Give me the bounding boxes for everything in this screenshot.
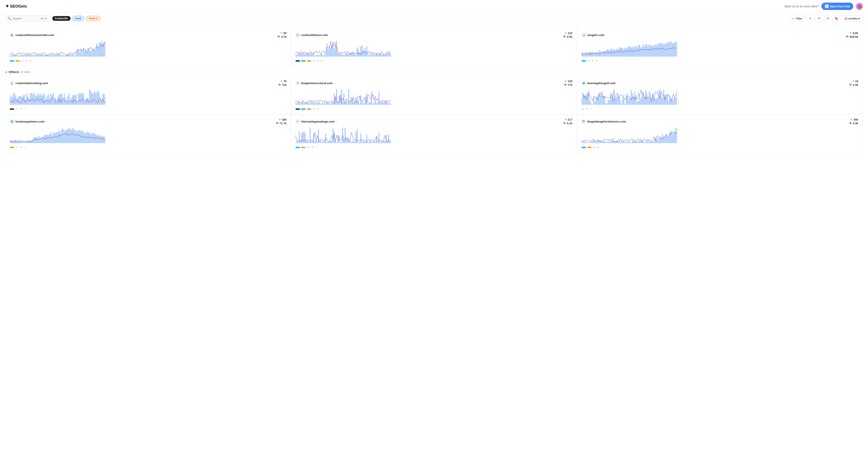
svg-rect-59 bbox=[81, 49, 82, 57]
svg-rect-117 bbox=[340, 54, 341, 57]
svg-rect-218 bbox=[651, 45, 652, 57]
bookmark-icon-btn[interactable]: 🔖 bbox=[833, 15, 840, 22]
tag-icon[interactable]: 🏷 bbox=[307, 146, 310, 149]
svg-rect-21 bbox=[35, 54, 35, 57]
eye-card-icon[interactable]: 👁 bbox=[586, 107, 589, 110]
tag-icon[interactable]: 🏷 bbox=[16, 146, 18, 149]
filter-button[interactable]: ⚡ Filter bbox=[788, 15, 805, 22]
svg-rect-682 bbox=[632, 140, 632, 143]
star-icon[interactable]: ★ bbox=[595, 59, 598, 63]
eye-card-icon[interactable]: 👁 bbox=[311, 146, 314, 149]
svg-rect-705 bbox=[660, 136, 660, 143]
svg-rect-422 bbox=[608, 99, 609, 105]
star-icon[interactable]: ☆ bbox=[24, 146, 26, 149]
site-name[interactable]: learningdiscgolf.com bbox=[587, 81, 616, 85]
svg-rect-654 bbox=[598, 141, 599, 143]
svg-rect-573 bbox=[311, 141, 312, 143]
start-trial-button[interactable]: G Start Free Trial bbox=[822, 3, 853, 10]
svg-rect-672 bbox=[620, 142, 620, 143]
tag-icon[interactable]: 🏷 bbox=[593, 146, 596, 149]
tag-icon[interactable]: 🏷 bbox=[587, 59, 590, 63]
tag-icon[interactable]: 🏷 bbox=[16, 107, 18, 110]
star-icon[interactable]: ★ bbox=[321, 59, 323, 63]
star-icon[interactable]: ☆ bbox=[601, 146, 604, 149]
site-arrow-icon[interactable]: → bbox=[336, 120, 338, 123]
site-name[interactable]: thecrawlspacekings.com bbox=[301, 120, 335, 123]
site-arrow-icon[interactable]: → bbox=[49, 82, 52, 85]
eye-icon-btn[interactable]: 👁 bbox=[815, 15, 823, 22]
svg-rect-476 bbox=[673, 100, 674, 105]
site-arrow-icon[interactable]: → bbox=[55, 34, 58, 36]
avatar[interactable]: 👤 bbox=[856, 3, 863, 10]
site-arrow-icon[interactable]: → bbox=[46, 120, 48, 123]
tag-cookeville[interactable]: Cookeville bbox=[52, 16, 70, 21]
star-icon[interactable]: ★ bbox=[29, 59, 32, 63]
svg-rect-327 bbox=[304, 104, 305, 105]
eye-card-icon[interactable]: 👁 bbox=[20, 107, 22, 110]
tag-icon[interactable]: 🏷 bbox=[312, 107, 315, 110]
star-icon[interactable]: ☆ bbox=[24, 107, 26, 110]
svg-rect-166 bbox=[588, 54, 589, 57]
svg-rect-434 bbox=[622, 99, 623, 105]
svg-rect-381 bbox=[369, 102, 370, 105]
eye-card-icon[interactable]: 👁 bbox=[317, 59, 319, 63]
search-box[interactable]: 🔍 ⌘ + F bbox=[5, 15, 51, 22]
site-arrow-icon[interactable]: → bbox=[617, 82, 619, 85]
star-icon[interactable]: ☆ bbox=[321, 107, 323, 110]
tag-saas[interactable]: SaaS bbox=[72, 16, 84, 21]
others-header[interactable]: ∧ Others (6 sites) bbox=[5, 68, 863, 76]
svg-rect-531 bbox=[71, 130, 72, 143]
eye-card-icon[interactable]: 👁 bbox=[317, 107, 319, 110]
svg-rect-20 bbox=[34, 55, 34, 57]
site-name[interactable]: thegoldengirlsretrievers.com bbox=[587, 120, 626, 123]
svg-rect-380 bbox=[368, 103, 369, 105]
svg-rect-687 bbox=[638, 142, 639, 143]
tag-icon[interactable]: 🏷 bbox=[21, 59, 24, 63]
svg-rect-300 bbox=[82, 94, 83, 105]
site-name[interactable]: cookevillewrestling.com bbox=[16, 81, 48, 85]
logo[interactable]: ✦ SEOGets bbox=[5, 3, 27, 9]
svg-rect-552 bbox=[96, 135, 97, 143]
tag-icon[interactable]: 🏷 bbox=[312, 59, 315, 63]
svg-rect-328 bbox=[305, 102, 306, 105]
months-selector[interactable]: 12 months ▾ bbox=[841, 15, 863, 22]
svg-rect-269 bbox=[44, 95, 45, 105]
svg-rect-19 bbox=[32, 55, 33, 57]
star-icon[interactable]: ☆ bbox=[315, 146, 318, 149]
site-name[interactable]: localseopartners.com bbox=[16, 120, 44, 123]
star-icon[interactable]: ☆ bbox=[590, 107, 592, 110]
site-arrow-icon[interactable]: → bbox=[334, 82, 336, 85]
search-input[interactable] bbox=[12, 17, 39, 20]
site-name[interactable]: cookevillehomeremodel.com bbox=[16, 33, 54, 37]
site-name[interactable]: seogets.com bbox=[587, 33, 604, 37]
eye-card-icon[interactable]: 👁 bbox=[591, 59, 594, 63]
svg-rect-198 bbox=[627, 48, 628, 57]
black-dot bbox=[10, 108, 14, 110]
svg-rect-237 bbox=[674, 43, 675, 57]
sparkle-icon-btn[interactable]: ✦ bbox=[807, 15, 814, 22]
percent-icon-btn[interactable]: % bbox=[824, 15, 831, 22]
svg-rect-618 bbox=[365, 141, 366, 143]
eye-card-icon[interactable]: 👁 bbox=[20, 146, 22, 149]
site-arrow-icon[interactable]: → bbox=[606, 34, 608, 36]
svg-rect-340 bbox=[319, 103, 320, 105]
site-name[interactable]: cookevillebuzz.com bbox=[301, 33, 328, 37]
svg-rect-212 bbox=[644, 46, 645, 57]
eye-card-icon[interactable]: 👁 bbox=[597, 146, 600, 149]
svg-rect-695 bbox=[648, 140, 648, 143]
svg-rect-210 bbox=[642, 47, 642, 57]
eye-card-icon[interactable]: 👁 bbox=[25, 59, 28, 63]
tag-team-a[interactable]: Team A bbox=[86, 16, 101, 21]
site-arrow-icon[interactable]: → bbox=[329, 34, 331, 36]
svg-rect-432 bbox=[620, 100, 620, 105]
site-arrow-icon[interactable]: → bbox=[627, 120, 630, 123]
site-name[interactable]: kingdomstructural.com bbox=[301, 81, 333, 85]
svg-rect-444 bbox=[634, 92, 635, 105]
svg-rect-475 bbox=[672, 98, 673, 105]
svg-rect-250 bbox=[22, 97, 22, 105]
svg-rect-637 bbox=[389, 134, 389, 143]
tag-icon[interactable]: 🏷 bbox=[582, 107, 584, 110]
collapse-icon: ∧ bbox=[5, 70, 7, 74]
clicks-icon: ✦ bbox=[280, 31, 282, 35]
impressions-icon: 👁 bbox=[849, 83, 852, 87]
